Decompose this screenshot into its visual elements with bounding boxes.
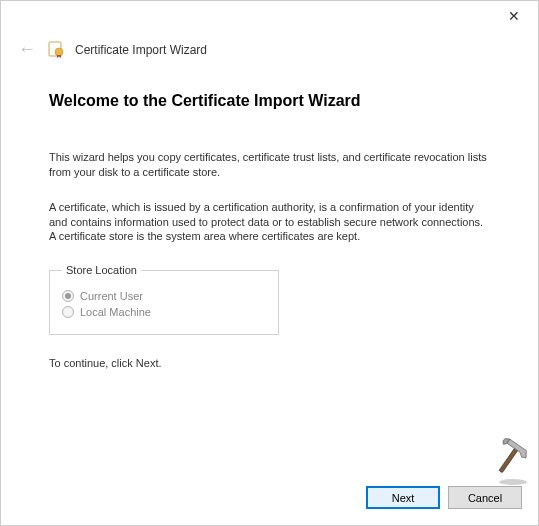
next-button[interactable]: Next: [366, 486, 440, 509]
header-row: ← Certificate Import Wizard: [1, 31, 538, 72]
radio-label: Local Machine: [80, 306, 151, 318]
wizard-title: Certificate Import Wizard: [75, 43, 207, 57]
footer: Next Cancel: [1, 474, 538, 525]
explanation-paragraph: A certificate, which is issued by a cert…: [49, 200, 490, 245]
back-arrow-icon: ←: [17, 39, 37, 60]
svg-point-1: [55, 48, 63, 56]
page-heading: Welcome to the Certificate Import Wizard: [49, 92, 490, 110]
intro-paragraph: This wizard helps you copy certificates,…: [49, 150, 490, 180]
content-area: Welcome to the Certificate Import Wizard…: [1, 72, 538, 474]
continue-hint: To continue, click Next.: [49, 357, 490, 369]
titlebar: ✕: [1, 1, 538, 31]
radio-label: Current User: [80, 290, 143, 302]
close-button[interactable]: ✕: [504, 8, 524, 24]
certificate-icon: [47, 41, 65, 59]
radio-icon: [62, 306, 74, 318]
radio-current-user: Current User: [62, 290, 266, 302]
radio-icon: [62, 290, 74, 302]
store-location-legend: Store Location: [62, 264, 141, 276]
radio-local-machine: Local Machine: [62, 306, 266, 318]
store-location-group: Store Location Current User Local Machin…: [49, 264, 279, 335]
cancel-button[interactable]: Cancel: [448, 486, 522, 509]
wizard-window: ✕ ← Certificate Import Wizard Welcome to…: [0, 0, 539, 526]
